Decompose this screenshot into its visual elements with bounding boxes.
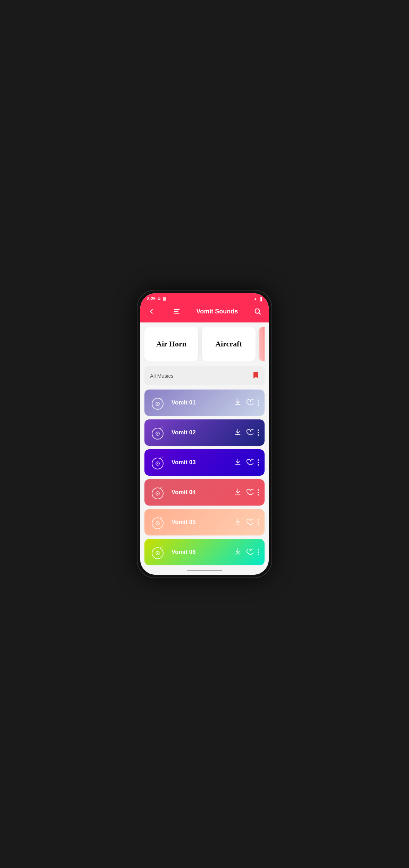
category-card-partial [259, 327, 265, 361]
sound-title-4: Vomit 04 [172, 489, 234, 496]
sound-title-1: Vomit 01 [172, 399, 234, 406]
status-bar: 8:25 ⚙ ▤ ▲ ▐ [140, 293, 269, 303]
sound-item-2[interactable]: ♪ ♩ Vomit 02 [144, 419, 265, 446]
gear-icon: ⚙ [157, 297, 161, 301]
sound-title-3: Vomit 03 [172, 459, 234, 466]
more-icon-4[interactable] [258, 489, 259, 496]
svg-point-11 [157, 433, 158, 434]
svg-rect-1 [174, 311, 178, 312]
sound-item-5[interactable]: ♪ ♩ Vomit 05 [144, 509, 265, 535]
disc-icon-4: ♪ ♩ [150, 484, 167, 501]
svg-text:♩: ♩ [161, 426, 163, 429]
sound-title-5: Vomit 05 [172, 519, 234, 526]
download-icon-6[interactable] [234, 548, 242, 557]
search-button[interactable] [252, 306, 263, 317]
heart-icon-1[interactable] [246, 398, 253, 408]
sim-icon: ▤ [162, 296, 166, 301]
sound-item-1[interactable]: ♪ ♩ Vomit 01 [144, 390, 265, 416]
menu-button[interactable] [171, 306, 182, 317]
app-header: Vomit Sounds [140, 303, 269, 322]
heart-icon-2[interactable] [246, 428, 253, 437]
heart-icon-4[interactable] [246, 488, 253, 497]
more-icon-1[interactable] [258, 400, 259, 406]
svg-point-26 [157, 523, 158, 524]
home-bar [187, 570, 222, 571]
sound-item-3[interactable]: ♪ ♩ Vomit 03 [144, 449, 265, 476]
download-icon-2[interactable] [234, 428, 242, 437]
sound-actions-6 [234, 548, 259, 557]
download-icon-1[interactable] [234, 398, 242, 408]
sound-title-2: Vomit 02 [172, 429, 234, 436]
phone-frame: 8:25 ⚙ ▤ ▲ ▐ Vomi [137, 290, 272, 578]
heart-icon-3[interactable] [246, 458, 253, 467]
sound-list: ♪ ♩ Vomit 01 [144, 390, 265, 565]
category-label-air-horn: Air Horn [156, 339, 186, 349]
heart-icon-5[interactable] [246, 518, 253, 527]
sound-title-6: Vomit 06 [172, 549, 234, 556]
sound-actions-4 [234, 488, 259, 497]
page-title: Vomit Sounds [197, 308, 238, 315]
svg-text:♩: ♩ [161, 456, 163, 459]
disc-icon-1: ♪ ♩ [150, 394, 167, 411]
sound-item-6[interactable]: ♪ ♩ Vomit 06 [144, 539, 265, 565]
main-content: Air Horn Aircraft All Musics [140, 322, 269, 566]
svg-point-21 [157, 493, 158, 494]
svg-text:♩: ♩ [161, 515, 163, 518]
svg-text:♩: ♩ [161, 545, 163, 548]
more-icon-3[interactable] [258, 459, 259, 466]
svg-rect-0 [174, 309, 180, 310]
disc-icon-2: ♪ ♩ [150, 424, 167, 441]
back-button[interactable] [146, 306, 157, 317]
status-time: 8:25 [147, 296, 156, 301]
sound-actions-2 [234, 428, 259, 437]
more-icon-2[interactable] [258, 429, 259, 436]
svg-point-16 [157, 463, 158, 464]
all-musics-bar[interactable]: All Musics [144, 366, 265, 385]
svg-text:♩: ♩ [161, 396, 163, 399]
home-indicator [140, 566, 269, 575]
category-card-air-horn[interactable]: Air Horn [144, 327, 198, 361]
bookmark-icon [253, 371, 259, 380]
sound-item-4[interactable]: ♪ ♩ Vomit 04 [144, 479, 265, 506]
download-icon-3[interactable] [234, 458, 242, 467]
all-musics-label: All Musics [150, 373, 174, 379]
download-icon-5[interactable] [234, 518, 242, 527]
status-right: ▲ ▐ [253, 297, 262, 301]
disc-icon-5: ♪ ♩ [150, 514, 167, 531]
disc-icon-6: ♪ ♩ [150, 543, 167, 561]
svg-point-31 [157, 552, 158, 554]
battery-icon: ▐ [259, 297, 262, 301]
sound-actions-1 [234, 398, 259, 408]
download-icon-4[interactable] [234, 488, 242, 497]
category-card-aircraft[interactable]: Aircraft [202, 327, 256, 361]
sound-actions-3 [234, 458, 259, 467]
svg-point-6 [157, 403, 158, 404]
status-left: 8:25 ⚙ ▤ [147, 296, 166, 301]
phone-screen: 8:25 ⚙ ▤ ▲ ▐ Vomi [140, 293, 269, 575]
heart-icon-6[interactable] [246, 548, 253, 557]
disc-icon-3: ♪ ♩ [150, 454, 167, 471]
svg-rect-2 [174, 313, 180, 313]
more-icon-5[interactable] [258, 519, 259, 525]
more-icon-6[interactable] [258, 549, 259, 555]
category-label-aircraft: Aircraft [215, 339, 242, 349]
signal-icon: ▲ [253, 297, 257, 301]
category-row: Air Horn Aircraft [144, 327, 265, 361]
svg-text:♩: ♩ [161, 485, 163, 489]
sound-actions-5 [234, 518, 259, 527]
